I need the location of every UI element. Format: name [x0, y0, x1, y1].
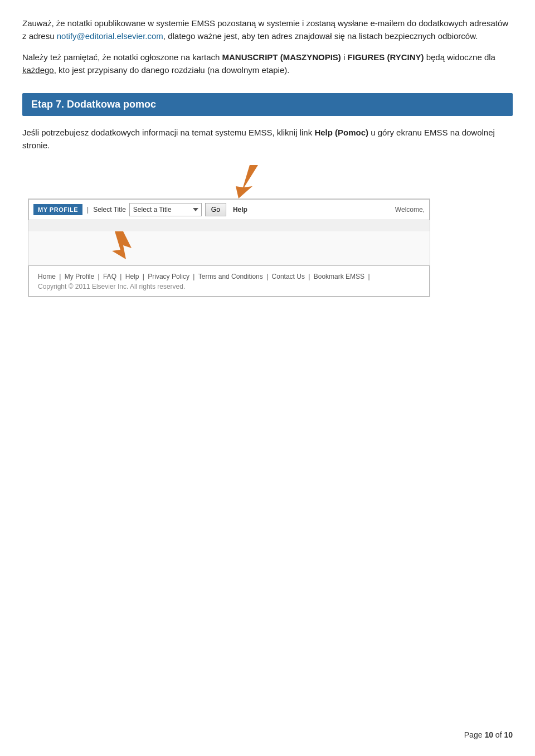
page-of: of	[495, 730, 502, 739]
footer-link-terms[interactable]: Terms and Conditions	[198, 273, 263, 280]
p2-bold1: MANUSCRIPT (MASZYNOPIS)	[222, 52, 341, 62]
arrow-top-container	[28, 162, 513, 198]
emss-screenshot: MY PROFILE | Select Title Select a Title…	[28, 198, 430, 297]
footer-link-help[interactable]: Help	[125, 273, 139, 280]
select-title-dropdown[interactable]: Select a Title	[129, 203, 202, 216]
welcome-text: Welcome,	[395, 206, 425, 214]
nav-separator-1: |	[86, 206, 90, 214]
footer-screenshot: Home | My Profile | FAQ | Help | Privacy…	[28, 265, 430, 297]
page-total: 10	[504, 730, 513, 739]
page-label: Page	[464, 730, 483, 739]
footer-sep-2: |	[96, 273, 101, 280]
content-area: Zauważ, że notatki opublikowane w system…	[22, 17, 513, 299]
screenshot-gap	[28, 220, 430, 231]
step-7-header: Etap 7. Dodatkowa pomoc	[22, 93, 513, 116]
paragraph-3: Jeśli potrzebujesz dodatkowych informacj…	[22, 126, 513, 152]
p2-cont: będą widoczne dla	[424, 52, 495, 62]
select-title-label: Select Title	[93, 206, 126, 214]
orange-arrow-down-icon	[233, 165, 264, 198]
svg-marker-0	[236, 165, 258, 198]
p3-start: Jeśli potrzebujesz dodatkowych informacj…	[22, 128, 314, 137]
footer-sep-5: |	[191, 273, 197, 280]
footer-sep-3: |	[118, 273, 124, 280]
footer-sep-7: |	[307, 273, 312, 280]
p2-mid: i	[341, 52, 348, 62]
footer-link-privacy[interactable]: Privacy Policy	[148, 273, 189, 280]
footer-sep-1: |	[57, 273, 63, 280]
footer-sep-8: |	[366, 273, 369, 280]
footer-link-faq[interactable]: FAQ	[103, 273, 116, 280]
footer-link-home[interactable]: Home	[38, 273, 56, 280]
footer-copyright: Copyright © 2011 Elsevier Inc. All right…	[38, 283, 420, 290]
go-button[interactable]: Go	[205, 203, 226, 216]
p2-underline: każdego	[22, 65, 54, 75]
screenshots-container: MY PROFILE | Select Title Select a Title…	[28, 162, 513, 299]
p3-bold: Help (Pomoc)	[314, 128, 368, 137]
page-number: Page 10 of 10	[464, 730, 513, 739]
arrow-bottom-container	[28, 231, 430, 262]
p2-bold2: FIGURES (RYCINY)	[348, 52, 424, 62]
p2-start: Należy też pamiętać, że notatki ogłoszon…	[22, 52, 222, 62]
step-7-title: Etap 7. Dodatkowa pomoc	[31, 99, 156, 110]
footer-sep-4: |	[140, 273, 146, 280]
my-profile-nav[interactable]: MY PROFILE	[33, 204, 82, 215]
paragraph-2: Należy też pamiętać, że notatki ogłoszon…	[22, 51, 513, 77]
p1-text-after: , dlatego ważne jest, aby ten adres znaj…	[163, 31, 478, 41]
paragraph-1: Zauważ, że notatki opublikowane w system…	[22, 17, 513, 43]
footer-link-bookmark[interactable]: Bookmark EMSS	[314, 273, 364, 280]
footer-links: Home | My Profile | FAQ | Help | Privacy…	[38, 273, 420, 280]
nav-bar: MY PROFILE | Select Title Select a Title…	[28, 199, 430, 220]
orange-arrow-left-icon	[95, 231, 132, 259]
footer-sep-6: |	[265, 273, 270, 280]
email-link[interactable]: notify@editorial.elsevier.com	[57, 31, 163, 41]
page-current: 10	[484, 730, 493, 739]
footer-link-contact[interactable]: Contact Us	[272, 273, 305, 280]
svg-marker-1	[112, 231, 132, 259]
p2-end: , kto jest przypisany do danego rozdział…	[54, 65, 290, 75]
help-label[interactable]: Help	[230, 206, 247, 214]
footer-link-myprofile[interactable]: My Profile	[65, 273, 94, 280]
